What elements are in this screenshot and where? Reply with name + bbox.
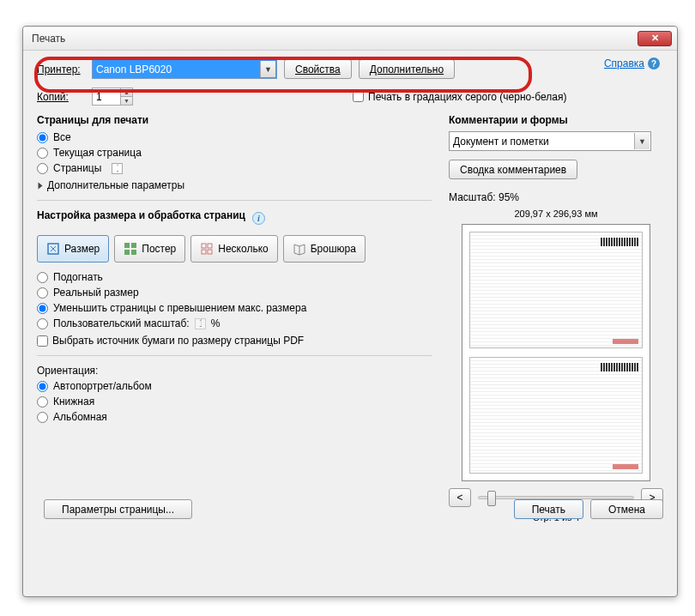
copies-value: 1 — [96, 91, 102, 103]
help-area: Справка ? — [604, 57, 660, 69]
svg-rect-1 — [124, 243, 130, 248]
orientation-title: Ориентация: — [37, 365, 432, 377]
svg-rect-8 — [208, 250, 212, 254]
spin-up-icon[interactable]: ▲ — [120, 88, 132, 97]
size-button[interactable]: Размер — [37, 235, 109, 263]
svg-rect-4 — [131, 250, 136, 255]
preview-doc-1 — [469, 232, 643, 348]
triangle-right-icon — [39, 182, 43, 189]
radio-current[interactable]: Текущая страница — [37, 147, 432, 159]
booklet-button[interactable]: Брошюра — [283, 235, 366, 263]
size-icon — [46, 242, 60, 256]
radio-actual[interactable]: Реальный размер — [37, 287, 432, 299]
radio-custom-scale[interactable]: Пользовательский масштаб: % — [37, 317, 432, 329]
svg-rect-5 — [202, 244, 206, 248]
more-parameters-toggle[interactable]: Дополнительные параметры — [37, 179, 432, 191]
svg-rect-2 — [131, 243, 136, 248]
custom-scale-input[interactable] — [195, 318, 206, 329]
spin-down-icon[interactable]: ▼ — [120, 97, 132, 105]
window-title: Печать — [32, 33, 638, 45]
chevron-down-icon: ▼ — [634, 133, 650, 149]
svg-rect-7 — [202, 250, 206, 254]
preview-doc-2 — [469, 357, 643, 474]
printer-select[interactable]: Canon LBP6020 ▼ — [92, 59, 277, 79]
poster-icon — [124, 242, 137, 256]
copies-spinner[interactable]: 1 ▲▼ — [92, 88, 133, 106]
preview-pane — [462, 224, 650, 481]
advanced-button[interactable]: Дополнительно — [359, 59, 455, 79]
comments-title: Комментарии и формы — [449, 114, 663, 126]
properties-button[interactable]: Свойства — [284, 59, 352, 79]
page-setup-button[interactable]: Параметры страницы... — [44, 499, 192, 519]
chevron-down-icon: ▼ — [260, 61, 275, 77]
titlebar: Печать ✕ — [23, 27, 677, 51]
poster-button[interactable]: Постер — [114, 235, 185, 263]
svg-rect-6 — [208, 244, 212, 248]
radio-range[interactable]: Страницы — [37, 162, 432, 174]
grayscale-checkbox[interactable]: Печать в градациях серого (черно-белая) — [353, 91, 566, 103]
booklet-icon — [293, 242, 306, 256]
printer-label: Принтер: — [37, 63, 85, 75]
multiple-button[interactable]: Несколько — [190, 235, 277, 263]
help-link[interactable]: Справка — [604, 57, 644, 69]
radio-all[interactable]: Все — [37, 131, 432, 143]
comments-combo[interactable]: Документ и пометки ▼ — [449, 131, 651, 151]
comments-summary-button[interactable]: Сводка комментариев — [449, 160, 577, 179]
radio-fit[interactable]: Подогнать — [37, 271, 432, 283]
radio-auto-orient[interactable]: Автопортрет/альбом — [37, 380, 432, 392]
radio-shrink[interactable]: Уменьшить страницы с превышением макс. р… — [37, 302, 432, 314]
svg-rect-3 — [124, 250, 130, 255]
copies-label: Копий: — [37, 91, 85, 103]
paper-source-checkbox[interactable]: Выбрать источник бумаги по размеру стран… — [37, 335, 432, 347]
cancel-button[interactable]: Отмена — [590, 499, 663, 519]
help-icon[interactable]: ? — [648, 57, 660, 69]
close-button[interactable]: ✕ — [638, 31, 672, 46]
size-section-title: Настройка размера и обработка страниц — [37, 209, 245, 221]
radio-landscape[interactable]: Альбомная — [37, 411, 432, 423]
multiple-icon — [200, 242, 214, 256]
printer-selected-value: Canon LBP6020 — [96, 63, 172, 75]
preview-scale: Масштаб: 95% — [449, 191, 663, 203]
preview-dimensions: 209,97 x 296,93 мм — [449, 208, 663, 219]
print-dialog: Печать ✕ Справка ? Принтер: Canon LBP602… — [22, 26, 678, 597]
print-button[interactable]: Печать — [514, 499, 583, 519]
pages-range-input[interactable] — [112, 163, 123, 174]
radio-portrait[interactable]: Книжная — [37, 396, 432, 408]
pages-section-title: Страницы для печати — [37, 114, 432, 126]
info-icon[interactable]: i — [252, 212, 265, 225]
